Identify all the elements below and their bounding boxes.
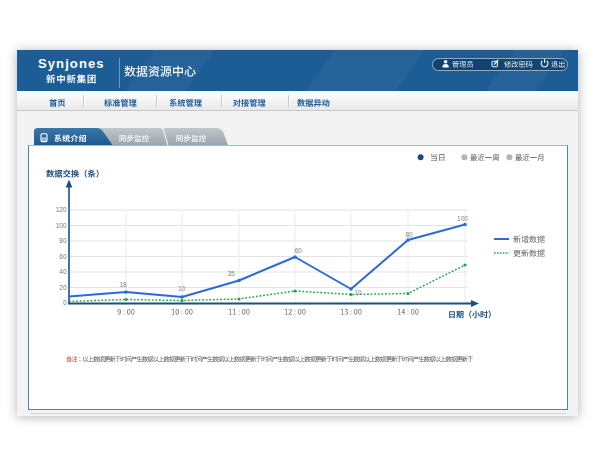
svg-text:0: 0 bbox=[63, 299, 67, 306]
svg-text:80: 80 bbox=[59, 237, 67, 244]
svg-text:100: 100 bbox=[457, 215, 468, 222]
svg-text:18: 18 bbox=[119, 281, 127, 288]
svg-text:60: 60 bbox=[59, 253, 67, 260]
svg-text:60: 60 bbox=[294, 247, 302, 254]
svg-text:10: 10 bbox=[354, 289, 362, 296]
svg-text:20: 20 bbox=[59, 284, 67, 291]
svg-text:120: 120 bbox=[56, 206, 67, 213]
svg-text:100: 100 bbox=[56, 222, 67, 229]
svg-text:40: 40 bbox=[59, 268, 67, 275]
svg-text:80: 80 bbox=[405, 231, 413, 238]
svg-text:10: 10 bbox=[178, 285, 186, 292]
svg-text:35: 35 bbox=[227, 270, 235, 277]
